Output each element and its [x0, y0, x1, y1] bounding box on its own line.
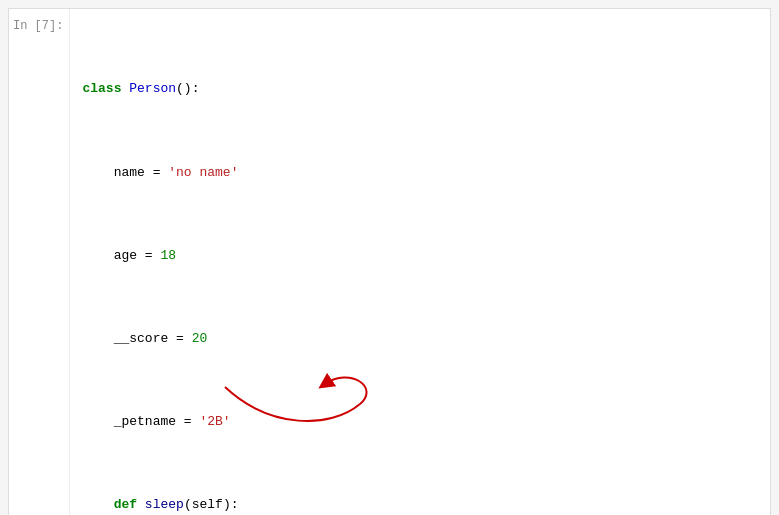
- cell-content[interactable]: class Person(): name = 'no name' age = 1…: [69, 9, 770, 515]
- code-line-1: class Person():: [82, 79, 758, 100]
- code-area: class Person(): name = 'no name' age = 1…: [82, 17, 758, 515]
- cell-label: In [7]:: [9, 9, 69, 515]
- code-line-2: name = 'no name': [82, 163, 758, 184]
- notebook-cell: In [7]: class Person(): name = 'no name'…: [8, 8, 771, 515]
- code-line-4: __score = 20: [82, 329, 758, 350]
- code-line-3: age = 18: [82, 246, 758, 267]
- code-line-5: _petname = '2B': [82, 412, 758, 433]
- code-line-6: def sleep(self):: [82, 495, 758, 515]
